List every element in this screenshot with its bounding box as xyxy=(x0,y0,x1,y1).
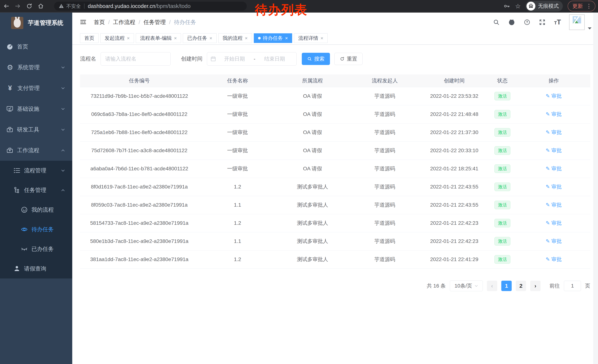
approve-link[interactable]: ✎审批 xyxy=(546,111,562,118)
sidebar-item-payment[interactable]: ¥ 支付管理 xyxy=(0,78,72,98)
tab-done-tasks[interactable]: 已办任务× xyxy=(183,33,216,43)
approve-link[interactable]: ✎审批 xyxy=(546,219,562,226)
approve-link[interactable]: ✎审批 xyxy=(546,93,562,100)
status-badge: 激活 xyxy=(494,237,510,246)
close-icon[interactable]: × xyxy=(321,36,323,40)
app-logo-row[interactable]: 芋道管理系统 xyxy=(0,13,72,33)
tab-home[interactable]: 首页 xyxy=(80,33,99,43)
approve-link[interactable]: ✎审批 xyxy=(546,129,562,136)
approve-link[interactable]: ✎审批 xyxy=(546,238,562,245)
close-icon[interactable]: × xyxy=(127,36,130,40)
approve-link[interactable]: ✎审批 xyxy=(546,256,562,263)
sidebar-item-todo-tasks[interactable]: 待办任务 xyxy=(0,219,72,239)
close-icon[interactable]: × xyxy=(245,36,248,40)
status-badge: 激活 xyxy=(494,255,510,264)
breadcrumb-workflow[interactable]: 工作流程 xyxy=(113,18,135,26)
page-size-select[interactable]: 10条/页 xyxy=(450,281,483,291)
cell-create-time: 2022-01-21 22:42:23 xyxy=(421,232,488,250)
sidebar-item-label: 已办任务 xyxy=(32,245,54,253)
browser-back-icon[interactable] xyxy=(3,3,10,9)
approve-link[interactable]: ✎审批 xyxy=(546,147,562,154)
tab-my-process[interactable]: 我的流程× xyxy=(218,33,252,43)
table-row: 381aa1dd-7ac8-11ec-a9e2-a2380e71991a 1.2… xyxy=(80,250,590,268)
approve-link[interactable]: ✎审批 xyxy=(546,202,562,209)
close-icon[interactable]: × xyxy=(174,36,177,40)
col-actions: 操作 xyxy=(517,74,590,87)
bookmark-star-icon[interactable]: ☆ xyxy=(515,3,521,9)
address-bar[interactable]: 不安全 dashboard.yudao.iocoder.cn/bpm/task/… xyxy=(54,2,247,11)
cell-task-id: 725a1eb6-7b88-11ec-8ef0-acde48001122 xyxy=(80,123,199,141)
cell-create-time: 2022-01-22 21:37:30 xyxy=(421,123,488,141)
password-key-icon[interactable] xyxy=(504,3,510,9)
fullscreen-icon[interactable] xyxy=(539,19,546,25)
goto-page-input[interactable] xyxy=(564,281,581,291)
table-row: 580e1b3d-7ac8-11ec-a9e2-a2380e71991a 1.1… xyxy=(80,232,590,250)
browser-home-icon[interactable] xyxy=(37,3,44,9)
process-name-input[interactable] xyxy=(100,52,171,65)
sidebar-item-label: 系统管理 xyxy=(17,64,40,71)
page-annotation: 待办列表 xyxy=(255,1,307,18)
avatar[interactable] xyxy=(569,15,585,30)
breadcrumb-home[interactable]: 首页 xyxy=(94,18,105,26)
tab-start-process[interactable]: 发起流程× xyxy=(100,33,134,43)
cell-task-name: 一级审批 xyxy=(199,141,276,160)
search-icon[interactable] xyxy=(493,19,500,25)
cell-create-time: 2022-01-22 23:53:32 xyxy=(421,87,488,105)
sidebar-item-process-mgmt[interactable]: 流程管理 xyxy=(0,161,72,180)
cell-create-time: 2022-01-21 22:43:55 xyxy=(421,178,488,196)
close-icon[interactable]: × xyxy=(209,36,212,40)
page-button-1[interactable]: 1 xyxy=(501,281,512,291)
browser-menu-icon[interactable]: ⋮ xyxy=(586,3,592,9)
sidebar-item-done-tasks[interactable]: 已办任务 xyxy=(0,239,72,259)
reset-button[interactable]: 重置 xyxy=(334,53,363,65)
breadcrumb-task-mgmt[interactable]: 任务管理 xyxy=(144,18,166,26)
tab-label: 待办任务 xyxy=(263,35,283,41)
start-date-placeholder: 开始日期 xyxy=(216,55,253,62)
prev-page-button[interactable]: ‹ xyxy=(487,281,497,291)
sidebar-item-task-mgmt[interactable]: 任务管理 xyxy=(0,180,72,200)
tab-form-edit[interactable]: 流程表单-编辑× xyxy=(136,33,181,43)
sidebar-item-infra[interactable]: 基础设施 xyxy=(0,98,72,119)
avatar-caret-icon[interactable] xyxy=(587,27,592,30)
status-badge: 激活 xyxy=(494,219,510,227)
search-button[interactable]: 搜索 xyxy=(302,53,330,65)
cell-actions: ✎审批 xyxy=(517,105,590,123)
page-button-2[interactable]: 2 xyxy=(516,281,526,291)
page-unit-label: 页 xyxy=(585,282,590,289)
table-row: 58154733-7ac8-11ec-a9e2-a2380e71991a 1.2… xyxy=(80,214,590,232)
cell-starter: 芋道源码 xyxy=(349,141,421,160)
tab-process-detail[interactable]: 流程详情× xyxy=(294,33,328,43)
approve-link[interactable]: ✎审批 xyxy=(546,165,562,172)
page-scrollbar[interactable] xyxy=(593,13,598,364)
sidebar-item-home[interactable]: 首页 xyxy=(0,36,72,57)
date-range-picker[interactable]: 开始日期 - 结束日期 xyxy=(207,52,297,65)
cell-actions: ✎审批 xyxy=(517,214,590,232)
sidebar-item-devtools[interactable]: 研发工具 xyxy=(0,119,72,140)
approve-link-label: 审批 xyxy=(551,129,562,136)
help-icon[interactable]: ? xyxy=(524,19,530,25)
incognito-badge: 无痕模式 xyxy=(526,1,563,11)
app-topbar: 首页 / 工作流程 / 任务管理 / 待办任务 ? TT xyxy=(72,13,598,32)
sidebar-item-leave-query[interactable]: 请假查询 xyxy=(0,259,72,278)
github-icon[interactable] xyxy=(508,19,515,26)
status-badge: 激活 xyxy=(494,128,510,137)
sidebar-item-system[interactable]: ⚙ 系统管理 xyxy=(0,57,72,78)
approve-link[interactable]: ✎审批 xyxy=(546,183,562,190)
approve-link-label: 审批 xyxy=(551,147,562,154)
browser-reload-icon[interactable] xyxy=(26,3,33,9)
briefcase-icon xyxy=(6,147,13,154)
sidebar-item-workflow[interactable]: 工作流程 xyxy=(0,140,72,161)
search-button-label: 搜索 xyxy=(314,55,324,62)
breadcrumb-separator: / xyxy=(108,19,110,25)
update-button[interactable]: 更新 ⋮ xyxy=(568,1,595,11)
sidebar-item-label: 研发工具 xyxy=(17,126,39,133)
tab-todo-tasks[interactable]: 待办任务× xyxy=(254,33,292,43)
next-page-button[interactable]: › xyxy=(530,281,540,291)
close-icon[interactable]: × xyxy=(285,36,288,40)
sidebar-item-my-process[interactable]: 我的流程 xyxy=(0,200,72,219)
browser-forward-icon[interactable] xyxy=(15,3,21,9)
col-create-time: 创建时间 xyxy=(421,74,488,87)
sidebar-item-label: 流程管理 xyxy=(24,167,46,174)
font-size-icon[interactable]: TT xyxy=(554,18,561,26)
sidebar-collapse-icon[interactable] xyxy=(80,19,87,26)
